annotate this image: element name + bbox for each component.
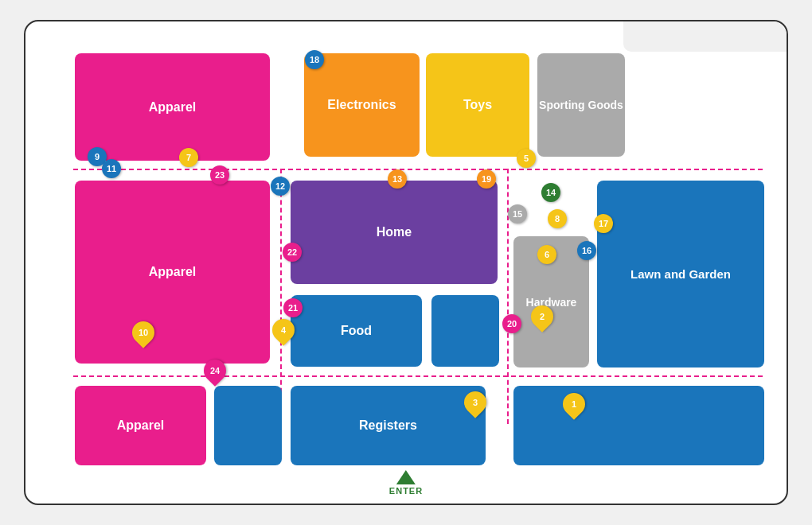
dept-sporting-goods: Sporting Goods	[537, 53, 625, 157]
pin-circle-22[interactable]: 22	[283, 243, 302, 262]
enter-arrow-icon	[396, 470, 416, 484]
pin-circle-6[interactable]: 6	[537, 245, 556, 264]
dept-registers: Registers	[291, 386, 486, 465]
pin-circle-16[interactable]: 16	[577, 241, 596, 260]
pin-circle-11[interactable]: 11	[102, 159, 121, 178]
dept-electronics: Electronics	[304, 53, 420, 157]
corridor-horizontal-1	[73, 169, 763, 170]
pin-circle-12[interactable]: 12	[271, 177, 290, 196]
corridor-horizontal-2	[73, 375, 763, 377]
dept-apparel-mid: Apparel	[75, 181, 270, 364]
pin-circle-18[interactable]: 18	[305, 50, 324, 69]
pin-circle-20[interactable]: 20	[502, 314, 521, 333]
enter-label: ENTER	[389, 486, 423, 496]
corridor-vertical-2	[507, 169, 509, 424]
pin-circle-13[interactable]: 13	[388, 169, 407, 189]
dept-food: Food	[291, 295, 422, 367]
pin-circle-14[interactable]: 14	[541, 183, 560, 202]
pin-circle-7[interactable]: 7	[179, 148, 198, 167]
pin-circle-21[interactable]: 21	[283, 298, 303, 317]
dept-toys: Toys	[426, 53, 529, 157]
pin-circle-8[interactable]: 8	[548, 209, 567, 228]
dept-bot-left-blue	[214, 386, 282, 465]
pin-circle-5[interactable]: 5	[517, 149, 536, 168]
dept-apparel-bot: Apparel	[75, 386, 206, 465]
pin-circle-19[interactable]: 19	[477, 169, 496, 189]
dept-apparel-top: Apparel	[75, 53, 270, 161]
corridor-vertical-1	[280, 169, 282, 424]
enter-section: ENTER	[389, 470, 423, 496]
store-map: Apparel Electronics Toys Sporting Goods …	[24, 20, 788, 505]
dept-food-2	[431, 295, 499, 367]
pin-circle-17[interactable]: 17	[594, 214, 613, 233]
dept-bottom-blue	[513, 386, 764, 465]
dept-home: Home	[291, 181, 498, 284]
pin-circle-23[interactable]: 23	[210, 165, 229, 185]
dept-lawn-garden: Lawn and Garden	[597, 181, 764, 368]
pin-circle-15[interactable]: 15	[508, 204, 527, 224]
